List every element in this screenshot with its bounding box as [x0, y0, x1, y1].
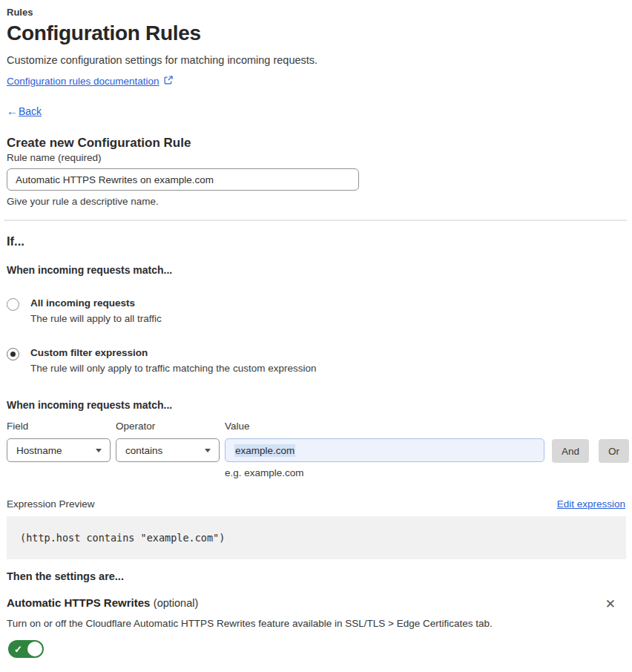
chevron-down-icon — [96, 449, 102, 452]
radio-option-description: The rule will only apply to traffic matc… — [30, 363, 316, 374]
value-input-text: example.com — [234, 444, 295, 457]
setting-name: Automatic HTTPS Rewrites — [7, 596, 150, 609]
radio-selected-icon[interactable] — [7, 348, 19, 360]
expression-builder-row: Field Hostname Operator contains Value e… — [7, 421, 625, 478]
field-label: Field — [7, 421, 111, 432]
back-link[interactable]: Back — [19, 105, 42, 117]
rule-name-input[interactable] — [7, 168, 359, 191]
and-button[interactable]: And — [552, 439, 589, 463]
radio-option-label: Custom filter expression — [30, 347, 316, 358]
builder-heading: When incoming requests match... — [7, 399, 625, 411]
radio-unselected-icon[interactable] — [7, 298, 19, 311]
operator-label: Operator — [116, 421, 220, 432]
toggle-knob — [27, 642, 42, 656]
expression-preview-label: Expression Preview — [7, 498, 95, 510]
rule-name-label: Rule name (required) — [7, 152, 102, 163]
edit-expression-link[interactable]: Edit expression — [557, 498, 625, 510]
or-button[interactable]: Or — [599, 439, 629, 463]
breadcrumb: Rules — [7, 7, 625, 18]
rule-name-help: Give your rule a descriptive name. — [7, 196, 625, 207]
back-arrow-icon: ← — [7, 105, 18, 117]
setting-optional-tag: (optional) — [154, 597, 198, 609]
match-heading: When incoming requests match... — [7, 264, 625, 276]
page-title: Configuration Rules — [7, 22, 625, 45]
create-rule-heading: Create new Configuration Rule — [7, 136, 625, 151]
external-link-icon — [164, 76, 173, 87]
configuration-rules-page: Rules Configuration Rules Customize conf… — [0, 0, 632, 658]
value-label: Value — [225, 421, 544, 432]
field-select-value: Hostname — [16, 445, 62, 456]
chevron-down-icon — [205, 449, 211, 452]
check-icon: ✓ — [14, 644, 22, 655]
close-icon[interactable]: ✕ — [605, 598, 616, 610]
operator-select[interactable]: contains — [116, 438, 220, 462]
value-input[interactable]: example.com — [225, 438, 544, 462]
radio-option-all-incoming-requests[interactable]: All incoming requests The rule will appl… — [7, 297, 625, 324]
section-divider — [4, 220, 627, 221]
radio-option-label: All incoming requests — [30, 297, 162, 309]
setting-description: Turn on or off the Cloudflare Automatic … — [7, 618, 625, 629]
page-subtitle: Customize configuration settings for mat… — [7, 54, 625, 66]
value-help: e.g. example.com — [225, 467, 544, 478]
documentation-link[interactable]: Configuration rules documentation — [7, 76, 159, 87]
if-heading: If... — [7, 234, 625, 248]
field-select[interactable]: Hostname — [7, 438, 111, 462]
radio-option-description: The rule will apply to all traffic — [30, 313, 162, 324]
then-settings-heading: Then the settings are... — [7, 570, 625, 582]
operator-select-value: contains — [125, 445, 162, 456]
expression-preview-code: (http.host contains "example.com") — [7, 516, 626, 559]
automatic-https-rewrites-toggle[interactable]: ✓ — [8, 640, 44, 658]
radio-option-custom-filter-expression[interactable]: Custom filter expression The rule will o… — [7, 347, 625, 374]
